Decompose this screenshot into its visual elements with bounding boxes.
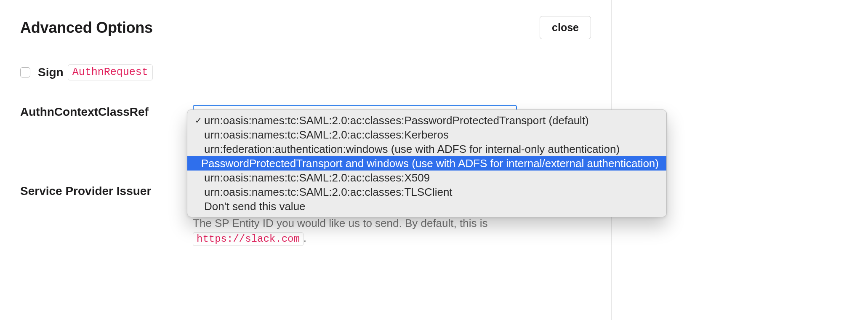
authnrequest-code-chip: AuthnRequest — [68, 64, 153, 80]
authn-option-label: urn:oasis:names:tc:SAML:2.0:ac:classes:P… — [204, 114, 589, 127]
authn-option-0[interactable]: ✓urn:oasis:names:tc:SAML:2.0:ac:classes:… — [187, 113, 666, 128]
service-provider-issuer-label: Service Provider Issuer — [20, 184, 193, 198]
authn-option-2[interactable]: urn:federation:authentication:windows (u… — [187, 142, 666, 156]
authncontextclassref-dropdown[interactable]: ✓urn:oasis:names:tc:SAML:2.0:ac:classes:… — [187, 109, 667, 217]
authn-option-label: urn:oasis:names:tc:SAML:2.0:ac:classes:T… — [204, 186, 453, 199]
sign-label-text: Sign — [38, 66, 64, 79]
authn-option-label: urn:federation:authentication:windows (u… — [204, 143, 620, 156]
section-title: Advanced Options — [20, 19, 153, 37]
authn-option-1[interactable]: urn:oasis:names:tc:SAML:2.0:ac:classes:K… — [187, 128, 666, 142]
close-button[interactable]: close — [540, 16, 591, 39]
sp-helper-period: . — [304, 232, 306, 244]
sp-helper-sentence: The SP Entity ID you would like us to se… — [193, 217, 487, 229]
authn-option-label: PasswordProtectedTransport and windows (… — [201, 157, 659, 170]
sp-helper-text: The SP Entity ID you would like us to se… — [193, 215, 591, 245]
sign-authnrequest-label: Sign AuthnRequest — [38, 64, 153, 80]
authn-option-5[interactable]: urn:oasis:names:tc:SAML:2.0:ac:classes:T… — [187, 185, 666, 199]
authn-option-6[interactable]: Don't send this value — [187, 199, 666, 213]
authncontextclassref-label: AuthnContextClassRef — [20, 105, 193, 119]
sign-authnrequest-checkbox[interactable] — [20, 67, 30, 77]
sp-default-url-chip: https://slack.com — [193, 232, 304, 246]
authn-option-4[interactable]: urn:oasis:names:tc:SAML:2.0:ac:classes:X… — [187, 171, 666, 185]
authn-option-3[interactable]: PasswordProtectedTransport and windows (… — [187, 156, 666, 171]
authn-option-label: urn:oasis:names:tc:SAML:2.0:ac:classes:K… — [204, 128, 449, 141]
check-icon: ✓ — [195, 115, 204, 125]
authn-option-label: Don't send this value — [204, 200, 306, 213]
authn-option-label: urn:oasis:names:tc:SAML:2.0:ac:classes:X… — [204, 171, 430, 184]
